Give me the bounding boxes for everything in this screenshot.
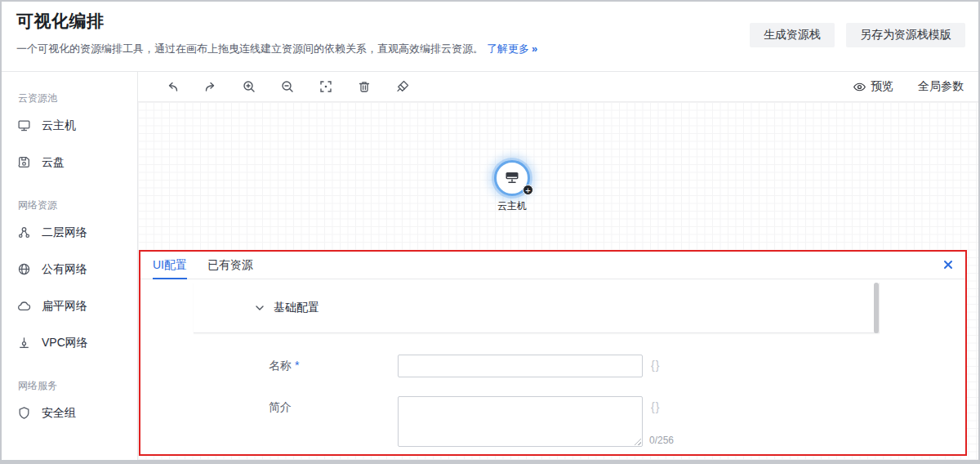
section-title: 基础配置 [274,301,319,315]
learn-more-link[interactable]: 了解更多» [487,42,537,55]
fit-view-icon [318,79,333,94]
panel-body: 基础配置 名称* {} 简介 [140,279,965,453]
add-connection-button[interactable]: + [523,185,533,195]
sidebar-section-cloud-pool: 云资源池 [18,91,137,105]
page-header: 可视化编排 一个可视化的资源编排工具，通过在画布上拖曳连线建立资源间的依赖关系，… [2,2,978,72]
vpc-network-icon [17,336,31,350]
required-asterisk: * [295,359,299,372]
zoom-out-button[interactable] [279,79,295,95]
config-panel: UI配置 已有资源 基础配置 [139,250,967,456]
sidebar-item-flat-network[interactable]: 扁平网络 [2,288,137,324]
global-params-button[interactable]: 全局参数 [918,79,964,94]
char-counter: 0/256 [649,435,674,446]
sidebar-item-label: 二层网络 [42,225,87,240]
l2-network-icon [17,225,31,239]
sidebar-item-label: 云主机 [42,118,76,133]
page-title: 可视化编排 [16,10,537,33]
canvas-toolbar: 预览 全局参数 [138,72,978,102]
redo-icon [203,79,218,94]
save-as-template-button[interactable]: 另存为资源栈模版 [846,23,965,47]
generate-stack-button[interactable]: 生成资源栈 [750,23,835,47]
sidebar-item-label: 公有网络 [42,262,87,277]
delete-button[interactable] [356,79,372,95]
description-textarea[interactable] [398,396,643,447]
sidebar-item-label: 扁平网络 [42,299,87,314]
zoom-in-icon [242,79,256,94]
sidebar-item-l2-network[interactable]: 二层网络 [2,214,137,251]
app-window: 可视化编排 一个可视化的资源编排工具，通过在画布上拖曳连线建立资源间的依赖关系，… [0,0,980,464]
public-network-icon [17,262,31,276]
close-icon[interactable] [942,258,955,271]
name-input[interactable] [398,355,643,377]
page-subtitle: 一个可视化的资源编排工具，通过在画布上拖曳连线建立资源间的依赖关系，直观高效编排… [16,42,483,55]
undo-icon [165,79,180,94]
sidebar-item-cloud-disk[interactable]: 云盘 [2,144,137,181]
zoom-in-button[interactable] [241,79,256,95]
sidebar-item-label: 安全组 [42,406,76,421]
form-row-description: 简介 {} 0/256 [269,396,880,447]
sidebar-item-label: VPC网络 [42,336,88,350]
binding-braces-icon[interactable]: {} [651,359,660,372]
panel-scroll-area: 基础配置 名称* {} 简介 [194,283,880,447]
binding-braces-icon[interactable]: {} [651,400,660,413]
panel-scrollbar[interactable] [874,283,879,333]
redo-button[interactable] [203,79,218,95]
cloud-host-icon [17,118,31,132]
clear-canvas-button[interactable] [394,79,410,95]
chevron-down-icon [254,302,265,314]
preview-button[interactable]: 预览 [853,79,893,94]
basic-config-form: 名称* {} 简介 {} 0/256 [194,355,880,447]
undo-button[interactable] [164,79,180,95]
resource-sidebar: 云资源池 云主机 云盘 网络资源 二层网络 [2,72,138,460]
sidebar-item-cloud-host[interactable]: 云主机 [2,107,137,144]
tab-ui-config[interactable]: UI配置 [153,252,187,279]
section-basic-config[interactable]: 基础配置 [194,283,880,333]
canvas-node-cloud-host[interactable]: + 云主机 [494,160,530,213]
sidebar-item-public-network[interactable]: 公有网络 [2,251,137,288]
security-group-icon [17,406,31,420]
description-label: 简介 [269,396,398,447]
brush-icon [395,79,410,94]
sidebar-item-security-group[interactable]: 安全组 [2,395,137,431]
panel-tabs: UI配置 已有资源 [140,252,965,279]
trash-icon [357,79,372,94]
zoom-out-icon [280,79,295,94]
sidebar-item-vpc-network[interactable]: VPC网络 [2,324,137,361]
eye-icon [853,80,866,94]
name-label: 名称* [269,355,398,377]
tab-existing-resources[interactable]: 已有资源 [207,252,253,279]
double-chevron-icon: » [532,42,537,55]
sidebar-item-label: 云盘 [42,155,65,170]
cloud-disk-icon [17,155,31,169]
form-row-name: 名称* {} [269,355,880,377]
flat-network-icon [17,299,31,313]
monitor-icon [502,168,522,188]
sidebar-section-network-services: 网络服务 [18,379,137,393]
node-label: 云主机 [494,199,530,213]
fit-view-button[interactable] [318,79,333,95]
sidebar-section-network-resources: 网络资源 [18,199,137,212]
